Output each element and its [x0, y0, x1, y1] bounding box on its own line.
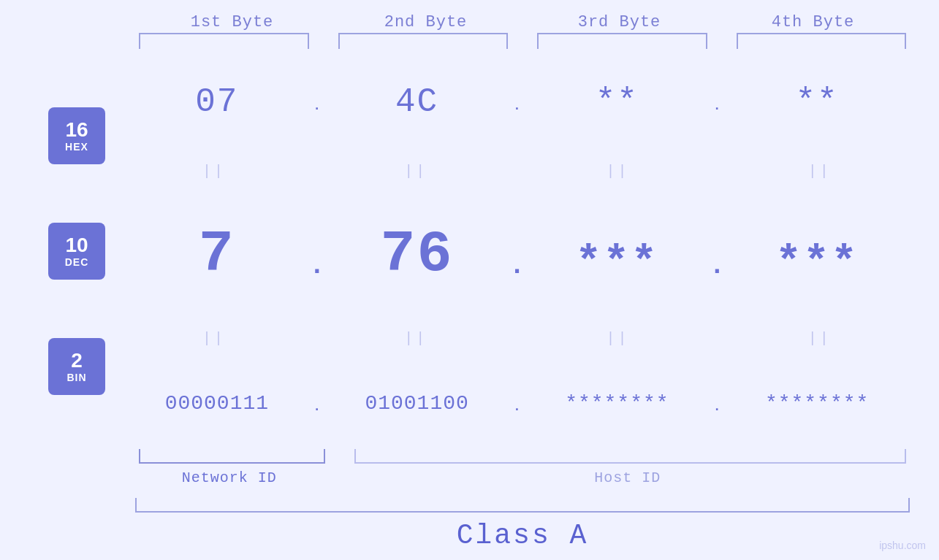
hex-badge-label: HEX	[65, 141, 88, 153]
eq-1: ||	[124, 163, 304, 180]
hex-row: 07 . 4C . ** . **	[124, 73, 910, 131]
watermark: ipshu.com	[879, 540, 926, 551]
equals-row-1: || || || ||	[124, 158, 910, 185]
bin-badge: 2 BIN	[48, 338, 105, 395]
eq-4: ||	[730, 163, 910, 180]
bottom-bracket-network	[139, 449, 325, 464]
top-bracket-2	[338, 33, 509, 49]
dot-bin-2: .	[510, 399, 525, 414]
top-bracket-1	[139, 33, 309, 49]
dot-dec-1: .	[310, 251, 324, 291]
sep-top-3	[711, 33, 733, 56]
dot-bin-1: .	[310, 399, 324, 414]
dec-badge-label: DEC	[65, 256, 89, 268]
dec-val-1: 7	[199, 221, 235, 288]
hex-val-2: 4C	[395, 83, 438, 121]
bin-badge-label: BIN	[66, 372, 86, 383]
bin-val-4: ********	[765, 392, 869, 415]
hex-val-3: **	[596, 83, 639, 121]
dot-dec-2: .	[510, 251, 525, 291]
byte-labels-row: 1st Byte 2nd Byte 3rd Byte 4th Byte	[29, 13, 910, 31]
sep-top-2	[512, 33, 533, 56]
dot-dec-3: .	[710, 251, 724, 291]
dec-val-3: ***	[575, 238, 658, 288]
badges-column: 16 HEX 10 DEC 2 BIN	[29, 56, 124, 446]
hex-badge-number: 16	[65, 119, 88, 142]
class-label: Class A	[457, 520, 589, 551]
dec-val-2: 76	[381, 221, 454, 288]
top-bracket-3	[537, 33, 707, 49]
hex-val-4: **	[796, 83, 839, 121]
bin-val-3: ********	[565, 392, 669, 415]
dec-val-4: ***	[775, 238, 859, 288]
dot-bin-3: .	[710, 399, 724, 414]
class-bracket	[135, 498, 910, 513]
eq-8: ||	[730, 330, 910, 347]
hex-badge: 16 HEX	[48, 107, 105, 164]
network-id-label: Network ID	[135, 469, 324, 486]
eq-2: ||	[326, 163, 506, 180]
byte2-label: 2nd Byte	[329, 13, 522, 31]
bottom-bracket-host	[354, 449, 907, 464]
host-id-label: Host ID	[346, 469, 911, 486]
eq-3: ||	[528, 163, 708, 180]
sep-top-1	[313, 33, 335, 56]
equals-row-2: || || || ||	[124, 325, 910, 351]
dot-hex-3: .	[710, 99, 724, 113]
hex-val-1: 07	[195, 83, 238, 121]
byte1-label: 1st Byte	[135, 13, 329, 31]
byte4-label: 4th Byte	[716, 13, 910, 31]
dec-badge-number: 10	[65, 234, 88, 257]
dot-hex-1: .	[310, 99, 324, 113]
bin-badge-number: 2	[71, 350, 83, 372]
main-container: 1st Byte 2nd Byte 3rd Byte 4th Byte 16 H…	[0, 0, 939, 560]
bin-val-2: 01001100	[365, 392, 468, 415]
byte3-label: 3rd Byte	[522, 13, 716, 31]
dec-badge: 10 DEC	[48, 223, 105, 280]
eq-6: ||	[326, 330, 506, 347]
eq-5: ||	[124, 330, 304, 347]
class-area: Class A	[29, 498, 910, 551]
top-bracket-4	[737, 33, 907, 49]
bin-row: 00000111 . 01001100 . ******** . *******…	[124, 378, 910, 429]
eq-7: ||	[528, 330, 708, 347]
dec-row: 7 . 76 . *** . ***	[124, 211, 910, 299]
bin-val-1: 00000111	[165, 392, 269, 415]
dot-hex-2: .	[510, 99, 525, 113]
